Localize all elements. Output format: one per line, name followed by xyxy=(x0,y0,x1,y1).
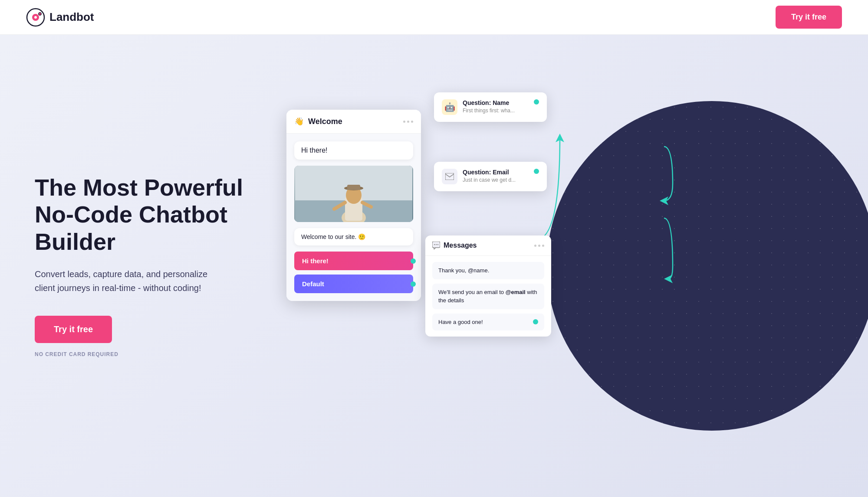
welcome-card-menu xyxy=(403,121,413,123)
messages-card-menu xyxy=(534,245,544,247)
nav-cta-button[interactable]: Try it free xyxy=(776,6,842,29)
messages-card: Messages Thank you, @name. We'll send yo… xyxy=(425,235,551,337)
question-name-text: Question: Name First things first: wha..… xyxy=(463,99,529,114)
hero-section: The Most Powerful No-Code Chatbot Builde… xyxy=(0,35,868,497)
hi-there-bubble: Hi there! xyxy=(294,141,413,160)
message-3-dot xyxy=(533,319,538,324)
question-email-text: Question: Email Just in case we get d... xyxy=(463,169,529,183)
question-name-card: 🤖 Question: Name First things first: wha… xyxy=(434,92,547,122)
welcome-card-title: 👋 Welcome xyxy=(294,117,342,126)
navbar: Landbot Try it free xyxy=(0,0,868,35)
welcome-card-body: Hi there! xyxy=(286,134,421,301)
messages-card-header: Messages xyxy=(425,235,551,256)
hero-left: The Most Powerful No-Code Chatbot Builde… xyxy=(35,174,260,357)
default-option-button[interactable]: Default xyxy=(294,275,413,293)
welcome-card: 👋 Welcome Hi there! xyxy=(286,110,421,301)
hero-subtitle: Convert leads, capture data, and persona… xyxy=(35,267,226,295)
svg-point-18 xyxy=(437,244,438,245)
msg-menu-dot-3 xyxy=(542,245,544,247)
question-email-icon xyxy=(442,169,457,184)
logo-label: Landbot xyxy=(49,10,94,24)
msg-menu-dot-1 xyxy=(534,245,536,247)
hi-there-option-button[interactable]: Hi there! xyxy=(294,252,413,270)
svg-point-16 xyxy=(434,244,435,245)
welcome-card-header: 👋 Welcome xyxy=(286,110,421,134)
msg-menu-dot-2 xyxy=(538,245,540,247)
wave-emoji: 👋 xyxy=(294,117,304,126)
messages-card-body: Thank you, @name. We'll send you an emai… xyxy=(425,256,551,337)
question-email-card: Question: Email Just in case we get d... xyxy=(434,162,547,191)
message-1: Thank you, @name. xyxy=(432,262,544,279)
message-2: We'll send you an email to @email with t… xyxy=(432,284,544,309)
svg-rect-11 xyxy=(347,185,360,190)
hero-cta-button[interactable]: Try it free xyxy=(35,316,112,343)
messages-card-title: Messages xyxy=(432,242,477,249)
person-image xyxy=(294,166,413,222)
menu-dot-3 xyxy=(411,121,413,123)
no-credit-card-label: NO CREDIT CARD REQUIRED xyxy=(35,351,118,357)
chat-bubble-icon xyxy=(432,242,440,249)
question-name-connector xyxy=(534,99,539,105)
welcome-to-site-bubble: Welcome to our site. 🙂 xyxy=(294,228,413,245)
svg-point-17 xyxy=(436,244,437,245)
svg-point-3 xyxy=(39,13,41,15)
chat-cards-wrapper: 👋 Welcome Hi there! xyxy=(260,71,842,461)
logo-icon xyxy=(26,8,45,27)
hero-title: The Most Powerful No-Code Chatbot Builde… xyxy=(35,174,260,255)
question-email-connector xyxy=(534,169,539,174)
hero-illustration: 👋 Welcome Hi there! xyxy=(260,71,842,461)
default-connector-dot xyxy=(411,281,416,287)
logo[interactable]: Landbot xyxy=(26,8,94,27)
message-3: Have a good one! xyxy=(432,314,544,331)
menu-dot-1 xyxy=(403,121,405,123)
svg-point-2 xyxy=(34,16,37,19)
svg-rect-14 xyxy=(445,173,454,180)
hi-there-connector-dot xyxy=(411,258,416,264)
chat-image xyxy=(294,166,413,222)
menu-dot-2 xyxy=(407,121,409,123)
question-name-icon: 🤖 xyxy=(442,99,457,115)
